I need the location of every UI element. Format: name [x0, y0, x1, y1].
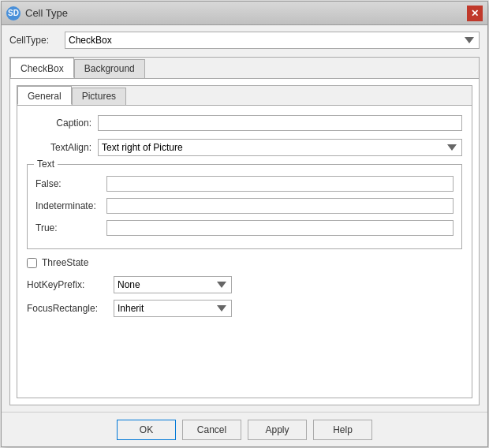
tab-inner-pictures[interactable]: Pictures — [72, 88, 126, 105]
hotkeyprefix-select[interactable]: None Hide Show — [114, 276, 232, 293]
apply-button[interactable]: Apply — [248, 420, 307, 440]
threestate-label: ThreeState — [42, 257, 88, 268]
content-area: CellType: CheckBox CheckBox Background — [2, 25, 487, 412]
outer-tab-bar: CheckBox Background — [10, 58, 479, 79]
indeterminate-label: Indeterminate: — [35, 200, 106, 211]
inner-tabs-container: General Pictures Caption: — [17, 85, 472, 398]
threestate-row: ThreeState — [27, 257, 462, 268]
title-bar: SD Cell Type ✕ — [2, 2, 487, 25]
true-row: True: — [35, 220, 454, 236]
tab-inner-general[interactable]: General — [17, 86, 72, 105]
cancel-button[interactable]: Cancel — [182, 420, 241, 440]
indeterminate-row: Indeterminate: — [35, 198, 454, 214]
focusrect-label: FocusRectangle: — [27, 303, 114, 314]
cell-type-row: CellType: CheckBox — [9, 32, 480, 49]
false-label: False: — [35, 178, 106, 189]
help-button[interactable]: Help — [313, 420, 372, 440]
caption-label: Caption: — [27, 118, 98, 129]
text-group-legend: Text — [34, 159, 58, 170]
window-title: Cell Type — [25, 7, 68, 19]
main-window: SD Cell Type ✕ CellType: CheckBox CheckB… — [1, 1, 488, 447]
close-button[interactable]: ✕ — [467, 6, 483, 21]
tab-outer-background[interactable]: Background — [74, 59, 145, 78]
hotkeyprefix-label: HotKeyPrefix: — [27, 279, 114, 290]
false-row: False: — [35, 176, 454, 192]
text-group: Text False: Indeterminate: — [27, 164, 462, 249]
hotkeyprefix-row: HotKeyPrefix: None Hide Show — [27, 276, 462, 293]
tab-outer-checkbox[interactable]: CheckBox — [10, 58, 74, 78]
cell-type-label: CellType: — [9, 35, 57, 46]
textalign-row: TextAlign: Text right of Picture Text le… — [27, 139, 462, 156]
title-bar-left: SD Cell Type — [6, 6, 68, 21]
inner-tab-general-content: Caption: TextAlign: Text right of Pictur… — [17, 106, 472, 398]
threestate-checkbox[interactable] — [27, 258, 37, 268]
false-input[interactable] — [106, 176, 454, 192]
text-group-inner: False: Indeterminate: True: — [35, 176, 454, 236]
ok-button[interactable]: OK — [117, 420, 176, 440]
focusrect-select[interactable]: Inherit FixedSingle None — [114, 300, 232, 317]
true-label: True: — [35, 222, 106, 233]
outer-tab-content: General Pictures Caption: — [10, 79, 479, 405]
outer-tabs-container: CheckBox Background General Pictures — [9, 57, 480, 405]
caption-row: Caption: — [27, 115, 462, 131]
textalign-select[interactable]: Text right of Picture Text left of Pictu… — [98, 139, 462, 156]
app-icon-label: SD — [8, 9, 19, 17]
textalign-label: TextAlign: — [27, 142, 98, 153]
true-input[interactable] — [106, 220, 454, 236]
indeterminate-input[interactable] — [106, 198, 454, 214]
app-icon: SD — [6, 6, 21, 21]
cell-type-select[interactable]: CheckBox — [65, 32, 480, 49]
caption-input[interactable] — [98, 115, 462, 131]
bottom-bar: OK Cancel Apply Help — [2, 412, 487, 446]
inner-tab-bar: General Pictures — [17, 86, 472, 106]
focusrect-row: FocusRectangle: Inherit FixedSingle None — [27, 300, 462, 317]
